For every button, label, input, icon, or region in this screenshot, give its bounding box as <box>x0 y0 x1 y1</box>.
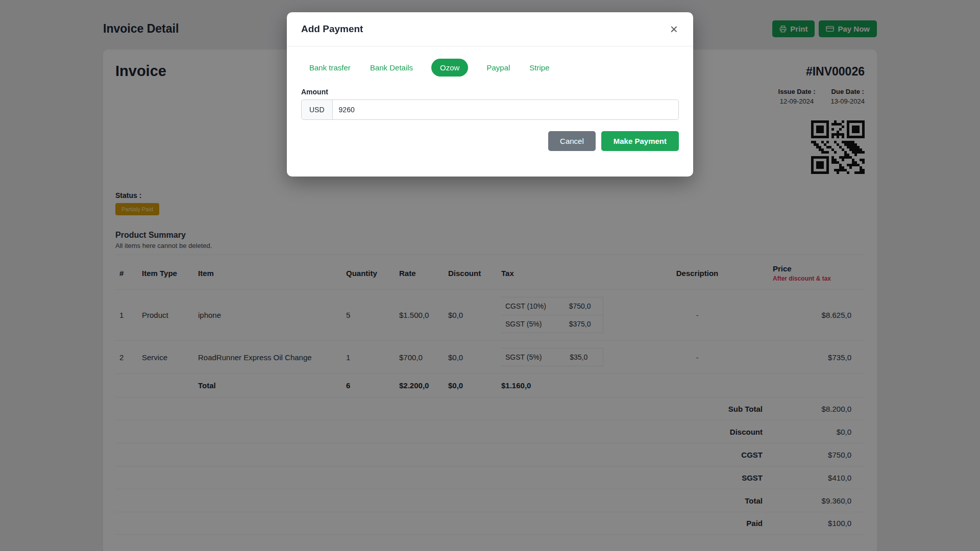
cancel-button[interactable]: Cancel <box>548 131 596 151</box>
payment-method-tabs: Bank trasfer Bank Details Ozow Paypal St… <box>301 59 679 77</box>
amount-label: Amount <box>301 88 679 96</box>
add-payment-modal: Add Payment × Bank trasfer Bank Details … <box>287 12 693 177</box>
tab-bank-transfer[interactable]: Bank trasfer <box>308 59 352 76</box>
close-icon[interactable]: × <box>669 22 679 36</box>
tab-bank-details[interactable]: Bank Details <box>369 59 414 76</box>
modal-title: Add Payment <box>301 23 363 35</box>
tab-stripe[interactable]: Stripe <box>528 59 550 76</box>
make-payment-button[interactable]: Make Payment <box>601 131 679 151</box>
tab-paypal[interactable]: Paypal <box>485 59 511 76</box>
amount-input[interactable] <box>333 99 679 120</box>
modal-header: Add Payment × <box>287 12 693 46</box>
modal-footer: Cancel Make Payment <box>287 120 693 177</box>
amount-input-group: USD <box>301 99 679 120</box>
currency-addon: USD <box>301 99 333 120</box>
modal-body: Bank trasfer Bank Details Ozow Paypal St… <box>287 46 693 120</box>
tab-ozow[interactable]: Ozow <box>431 59 468 77</box>
